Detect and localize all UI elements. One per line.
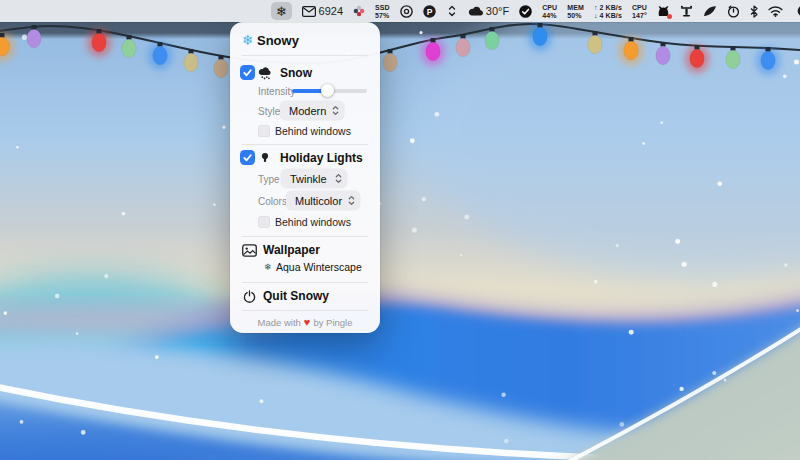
quit-label: Quit Snowy [263, 289, 329, 303]
pinwheel-icon [353, 5, 365, 17]
menubar-item-feather-app[interactable] [703, 0, 717, 22]
picture-icon [241, 243, 257, 257]
menubar-item-expand-app[interactable] [446, 0, 458, 22]
snowy-menu-panel: ❄ Snowy Snow Intensity Style Modern [230, 22, 380, 333]
partial-icon [793, 5, 800, 17]
holiday-light-bulb [27, 25, 41, 48]
holiday-light-bulb [485, 27, 499, 50]
snowy-app-icon: ❄ [242, 32, 254, 48]
behind-windows-label: Behind windows [275, 125, 351, 137]
holiday-light-bulb [0, 33, 14, 61]
holiday-light-bulb [148, 42, 172, 70]
menubar-item-ssd-stat[interactable]: SSD57% [375, 0, 390, 22]
heart-icon: ♥ [304, 317, 311, 328]
snow-label: Snow [280, 66, 312, 80]
chevron-up-down-icon [348, 195, 355, 206]
slider-thumb[interactable] [321, 84, 334, 97]
menubar-item-cpu-temp-stat[interactable]: CPU147° [632, 0, 647, 22]
menubar-item-mail[interactable]: 6924 [302, 0, 343, 22]
menubar-item-wifi[interactable] [768, 0, 783, 22]
timer-icon [727, 5, 740, 18]
chevron-up-down-icon [332, 105, 339, 116]
wallpaper-label: Wallpaper [263, 243, 320, 257]
menubar-item-snowy[interactable]: ❄ [271, 2, 292, 20]
type-row: Type Twinkle [230, 169, 380, 189]
holiday-light-bulb [528, 23, 552, 51]
menubar-item-pinwheel-app[interactable] [353, 0, 365, 22]
menubar-item-dial-app[interactable] [400, 0, 413, 22]
mail-icon [302, 6, 316, 17]
snow-toggle-row: Snow [230, 63, 380, 83]
colors-select[interactable]: Multicolor [286, 191, 360, 210]
holiday-light-bulb [456, 34, 470, 57]
snowflake-small-icon: ❄ [264, 261, 272, 273]
style-row: Style Modern [230, 101, 380, 121]
snow-checkbox[interactable] [240, 65, 255, 80]
holiday-lights-checkbox[interactable] [240, 150, 255, 165]
holiday-light-bulb [122, 35, 136, 58]
menubar-item-monument-app[interactable] [680, 0, 693, 22]
behind-windows-checkbox[interactable] [258, 216, 270, 228]
holiday-light-bulb [87, 29, 111, 57]
wifi-icon [768, 6, 783, 17]
monument-icon [680, 5, 693, 18]
notification-dot [667, 14, 672, 19]
type-select-value: Twinkle [290, 173, 327, 185]
panel-title: Snowy [257, 33, 299, 48]
menubar-item-mem-stat[interactable]: MEM50% [567, 0, 584, 22]
footer-suffix: by Pingle [313, 317, 352, 328]
type-select[interactable]: Twinkle [281, 169, 347, 188]
svg-text:P: P [426, 6, 432, 16]
cloud-icon [468, 6, 483, 16]
wallpaper-current-row[interactable]: ❄ Aqua Winterscape [230, 258, 380, 278]
holiday-lights-toggle-row: Holiday Lights [230, 148, 380, 168]
style-label: Style [258, 106, 280, 117]
snow-particles [0, 0, 800, 460]
menubar-item-label: 6924 [319, 6, 343, 17]
menu-bar: ❄6924SSD57%P30°FCPU44%MEM50%↑ 2 KB/s↓ 4 … [0, 0, 800, 22]
snow-behind-windows-row: Behind windows [230, 121, 380, 141]
lights-behind-windows-row: Behind windows [230, 212, 380, 232]
holiday-light-bulb [656, 42, 670, 65]
holiday-light-bulb [421, 38, 445, 66]
light-bulb-icon [260, 151, 269, 165]
divider [242, 236, 368, 237]
divider [242, 282, 368, 283]
menubar-item-edge-app[interactable] [793, 0, 800, 22]
intensity-slider[interactable] [292, 87, 367, 95]
menubar-item-label: 30°F [486, 6, 509, 17]
check-circle-icon [519, 5, 532, 18]
divider [242, 310, 368, 311]
wallpaper [0, 0, 800, 460]
menubar-item-cpu-stat[interactable]: CPU44% [542, 0, 557, 22]
menubar-stacked-label: MEM50% [567, 4, 584, 19]
menubar-item-timer[interactable] [727, 0, 740, 22]
type-label: Type [258, 174, 280, 185]
menubar-item-weather[interactable]: 30°F [468, 0, 509, 22]
menubar-item-network-stat[interactable]: ↑ 2 KB/s↓ 4 KB/s [594, 0, 622, 22]
quit-row[interactable]: Quit Snowy [230, 286, 380, 306]
cat-icon [657, 5, 670, 18]
colors-row: Colors Multicolor [230, 191, 380, 211]
panel-header: ❄ Snowy [230, 31, 380, 51]
menubar-stacked-label: ↑ 2 KB/s↓ 4 KB/s [594, 4, 622, 19]
menubar-item-checkmark-app[interactable] [519, 0, 532, 22]
power-icon [241, 289, 257, 303]
wallpaper-current-name: Aqua Winterscape [276, 261, 362, 273]
style-select[interactable]: Modern [280, 101, 344, 120]
menubar-item-cat-app[interactable] [657, 0, 670, 22]
behind-windows-checkbox[interactable] [258, 125, 270, 137]
holiday-lights-label: Holiday Lights [280, 151, 363, 165]
chevron-up-down-icon [335, 173, 342, 184]
divider [242, 55, 368, 56]
holiday-light-bulb [383, 49, 397, 72]
wallpaper-row: Wallpaper [230, 240, 380, 260]
menubar-item-p-app[interactable]: P [423, 0, 436, 22]
feather-icon [703, 5, 717, 17]
intensity-label: Intensity [258, 86, 295, 97]
holiday-light-bulb [184, 49, 198, 72]
style-select-value: Modern [289, 105, 326, 117]
p-badge-icon: P [423, 5, 436, 18]
expand-arrows-icon [446, 5, 458, 17]
menubar-item-bluetooth[interactable] [750, 0, 758, 22]
